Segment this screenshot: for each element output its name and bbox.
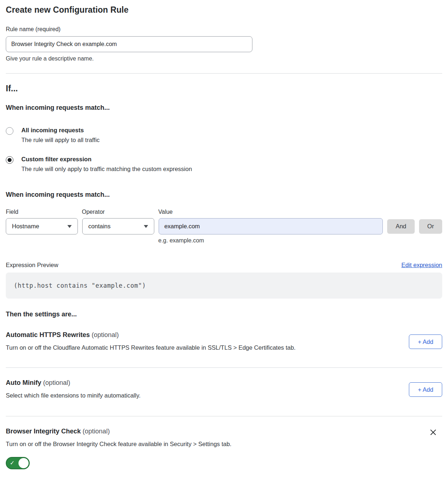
setting-title: Automatic HTTPS Rewrites (optional) (6, 331, 296, 339)
field-column-label: Field (6, 209, 82, 215)
setting-auto-minify: Auto Minify (optional) Select which file… (6, 379, 442, 399)
rule-name-help: Give your rule a descriptive name. (6, 55, 442, 62)
value-input[interactable] (159, 218, 383, 234)
toggle-knob[interactable] (18, 458, 29, 468)
radio-description: The rule will only apply to traffic matc… (21, 166, 192, 172)
radio-label: Custom filter expression (21, 156, 192, 163)
field-select[interactable]: Hostname (6, 218, 78, 234)
setting-browser-integrity-check: Browser Integrity Check (optional) Turn … (6, 428, 442, 448)
chevron-down-icon (144, 225, 148, 228)
operator-select-value: contains (88, 223, 110, 230)
add-button[interactable]: + Add (409, 334, 442, 349)
section-divider (6, 416, 442, 416)
radio-button-icon[interactable] (6, 127, 13, 135)
setting-automatic-https-rewrites: Automatic HTTPS Rewrites (optional) Turn… (6, 331, 442, 351)
check-icon: ✓ (10, 460, 14, 466)
section-divider (6, 73, 442, 74)
radio-option-custom-expression[interactable]: Custom filter expression The rule will o… (6, 156, 442, 172)
then-heading: Then the settings are... (6, 311, 442, 318)
value-help-text: e.g. example.com (158, 237, 442, 244)
match-subheading: When incoming requests match... (6, 104, 442, 112)
setting-description: Select which file extensions to minify a… (6, 392, 141, 399)
expression-code-text: (http.host contains "example.com") (14, 282, 146, 289)
edit-expression-link[interactable]: Edit expression (401, 262, 442, 269)
close-icon[interactable] (429, 428, 437, 436)
field-select-value: Hostname (12, 223, 39, 230)
or-button[interactable]: Or (419, 219, 442, 234)
setting-optional-label: (optional) (92, 331, 119, 338)
add-button[interactable]: + Add (409, 382, 442, 397)
radio-button-icon[interactable] (6, 156, 13, 164)
setting-optional-label: (optional) (83, 428, 110, 435)
setting-description: Turn on or off the Browser Integrity Che… (6, 441, 231, 448)
section-divider (6, 367, 442, 368)
setting-description: Turn on or off the Cloudflare Automatic … (6, 344, 296, 351)
operator-select[interactable]: contains (82, 218, 154, 234)
expression-preview-code: (http.host contains "example.com") (6, 273, 442, 299)
setting-title: Browser Integrity Check (optional) (6, 428, 231, 435)
value-column-label: Value (158, 209, 173, 215)
setting-optional-label: (optional) (43, 379, 70, 386)
radio-option-all-requests[interactable]: All incoming requests The rule will appl… (6, 127, 442, 144)
builder-heading: When incoming requests match... (6, 191, 442, 199)
radio-label: All incoming requests (21, 127, 100, 134)
radio-description: The rule will apply to all traffic (21, 137, 100, 144)
browser-integrity-check-toggle[interactable]: ✓ (6, 457, 30, 469)
setting-title: Auto Minify (optional) (6, 379, 141, 387)
chevron-down-icon (67, 225, 72, 228)
expression-preview-label: Expression Preview (6, 262, 58, 269)
rule-name-input[interactable] (6, 36, 252, 52)
and-button[interactable]: And (387, 219, 415, 234)
rule-name-label: Rule name (required) (6, 26, 442, 33)
operator-column-label: Operator (82, 209, 158, 215)
page-title: Create new Configuration Rule (6, 5, 442, 15)
if-heading: If... (6, 84, 442, 93)
